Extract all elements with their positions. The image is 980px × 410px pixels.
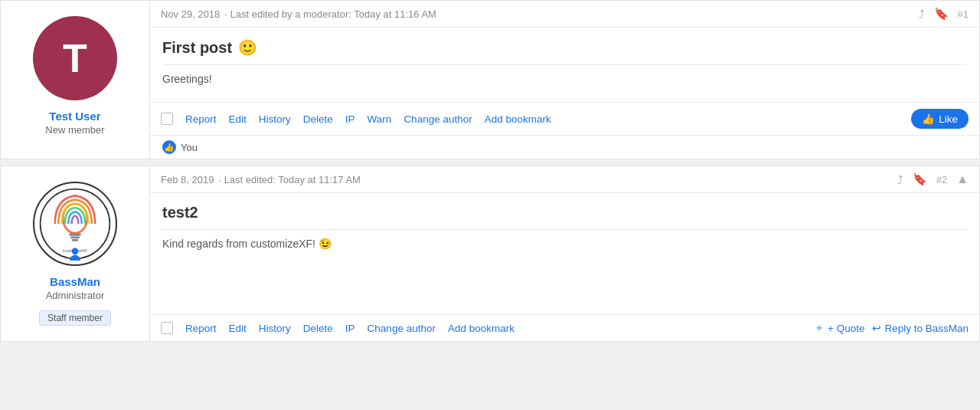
post-title: test2 [162, 204, 967, 221]
post-edited: · Last edited by a moderator: Today at 1… [224, 8, 436, 20]
delete-link[interactable]: Delete [303, 323, 333, 334]
username[interactable]: BassMan [50, 275, 100, 288]
staff-badge: Staff member [39, 310, 111, 326]
avatar: T [33, 16, 117, 100]
delete-link[interactable]: Delete [303, 113, 333, 125]
ip-link[interactable]: IP [345, 113, 355, 125]
post-timestamp: Nov 29, 2018 [161, 8, 220, 20]
post-2-sidebar: customizeXF BassMan Administrator Staff … [1, 166, 150, 341]
svg-rect-3 [70, 237, 80, 239]
history-link[interactable]: History [259, 323, 291, 334]
lightbulb-svg: customizeXF [38, 187, 112, 261]
title-emoji: 🙂 [238, 38, 257, 57]
avatar: customizeXF [33, 182, 117, 266]
edit-link[interactable]: Edit [229, 113, 247, 125]
change-author-link[interactable]: Change author [368, 323, 436, 334]
post-1-body: First post 🙂 Greetings! [150, 28, 979, 102]
upvote-icon[interactable]: ▲ [956, 172, 969, 186]
post-2: customizeXF BassMan Administrator Staff … [0, 166, 980, 342]
like-button[interactable]: 👍 Like [911, 109, 969, 129]
post-divider [162, 229, 967, 230]
svg-point-6 [72, 248, 79, 254]
select-checkbox[interactable] [161, 113, 173, 125]
post-title: First post 🙂 [162, 38, 967, 57]
share-icon[interactable]: ⤴ [919, 8, 925, 21]
post-divider [162, 64, 967, 65]
like-thumb-icon: 👍 [922, 113, 935, 125]
change-author-link[interactable]: Change author [403, 113, 472, 125]
post-number: #1 [958, 8, 969, 20]
warn-link[interactable]: Warn [368, 113, 392, 125]
select-checkbox[interactable] [161, 322, 173, 334]
history-link[interactable]: History [259, 113, 291, 125]
post-1-sidebar: T Test User New member [1, 1, 150, 159]
post-2-body: test2 Kind regards from customizeXF! 😉 [150, 193, 979, 314]
report-link[interactable]: Report [185, 113, 217, 125]
add-bookmark-link[interactable]: Add bookmark [485, 113, 551, 125]
post-2-content: Feb 8, 2019 · Last edited: Today at 11:1… [150, 166, 979, 341]
svg-rect-2 [69, 233, 81, 235]
user-role: New member [45, 124, 104, 136]
quote-icon: ＋ [814, 321, 825, 335]
reply-icon: ↩ [872, 322, 881, 334]
add-bookmark-link[interactable]: Add bookmark [448, 323, 514, 334]
post-body-text: Greetings! [162, 73, 967, 91]
like-user[interactable]: You [181, 142, 198, 153]
user-role: Administrator [46, 290, 105, 301]
like-thumb-small: 👍 [162, 140, 176, 154]
post-edited: · Last edited: Today at 11:17 AM [218, 174, 361, 185]
posts-container: T Test User New member Nov 29, 2018 · La… [0, 0, 980, 342]
reply-button[interactable]: ↩ Reply to BassMan [872, 322, 969, 334]
report-link[interactable]: Report [185, 323, 217, 334]
post-1-header: Nov 29, 2018 · Last edited by a moderato… [150, 1, 979, 28]
edit-link[interactable]: Edit [229, 323, 247, 334]
ip-link[interactable]: IP [345, 323, 355, 334]
quote-button[interactable]: ＋ + Quote [814, 321, 864, 335]
post-1-actions: Report Edit History Delete IP Warn Chang… [150, 102, 979, 135]
post-1: T Test User New member Nov 29, 2018 · La… [0, 0, 980, 159]
svg-rect-4 [72, 239, 79, 241]
share-icon[interactable]: ⤴ [897, 173, 903, 186]
username[interactable]: Test User [49, 110, 100, 123]
quote-label: + Quote [828, 323, 864, 334]
post-timestamp: Feb 8, 2019 [161, 174, 214, 185]
bookmark-icon[interactable]: 🔖 [934, 7, 949, 21]
bookmark-icon[interactable]: 🔖 [913, 172, 927, 186]
reply-label: Reply to BassMan [884, 323, 969, 334]
post-body-text: Kind regards from customizeXF! 😉 [162, 238, 967, 256]
post-number: #2 [936, 174, 947, 185]
like-label: Like [939, 113, 958, 125]
post-1-content: Nov 29, 2018 · Last edited by a moderato… [150, 1, 979, 159]
like-section: 👍 You [150, 135, 979, 159]
post-2-header: Feb 8, 2019 · Last edited: Today at 11:1… [150, 166, 979, 193]
post-2-actions: Report Edit History Delete IP Change aut… [150, 314, 979, 341]
